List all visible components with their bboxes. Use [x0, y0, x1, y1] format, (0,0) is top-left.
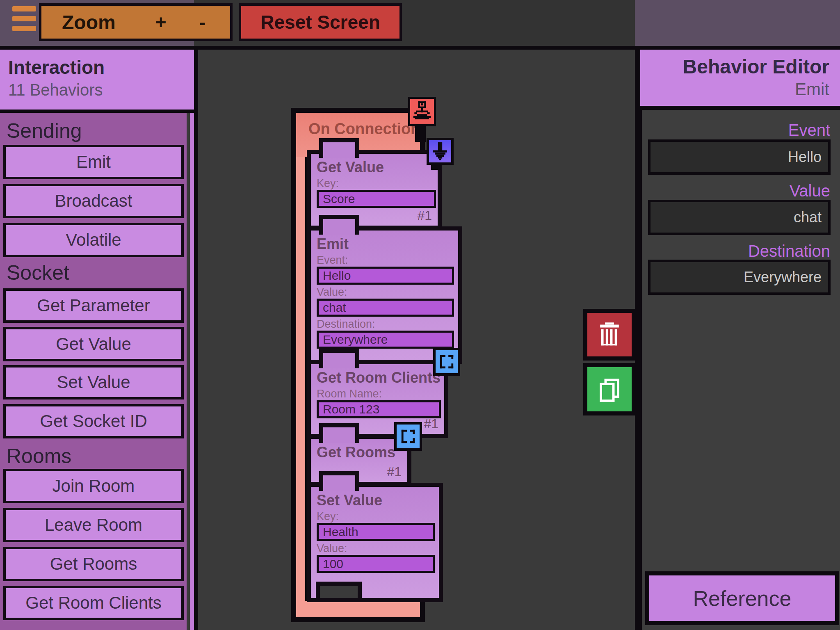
- block-index-badge: #1: [387, 464, 402, 479]
- block-title: Get Room Clients: [317, 369, 444, 386]
- sidebar-item-emit[interactable]: Emit: [3, 145, 184, 179]
- field-input-key[interactable]: Health: [317, 523, 435, 541]
- sidebar-header-divider: [0, 110, 194, 113]
- block-tab: [319, 215, 359, 235]
- insert-down-arrow-icon[interactable]: [427, 138, 454, 165]
- zoom-in-button[interactable]: +: [155, 11, 167, 33]
- sidebar-item-leave-room[interactable]: Leave Room: [3, 508, 184, 542]
- field-input-value[interactable]: 100: [317, 555, 435, 573]
- block-emit[interactable]: Emit Event: Hello Value: chat Destinatio…: [307, 226, 462, 364]
- block-index-badge: #1: [417, 208, 432, 223]
- behavior-editor-header: Behavior Editor Emit: [640, 50, 840, 110]
- panel-subtitle: Emit: [640, 80, 829, 99]
- block-title: Set Value: [317, 492, 439, 509]
- menu-bar: [12, 16, 36, 21]
- copy-brackets-icon[interactable]: [394, 422, 422, 451]
- hat-block-arm: [296, 601, 420, 617]
- sidebar-border: [194, 46, 198, 630]
- field-label: Destination:: [317, 318, 458, 331]
- menu-bar: [12, 26, 36, 31]
- duplicate-pages-icon[interactable]: [583, 363, 636, 415]
- field-input-destination[interactable]: Everywhere: [317, 331, 454, 349]
- block-index-badge: #1: [424, 416, 438, 431]
- panel-title: Behavior Editor: [640, 55, 829, 78]
- sidebar-item-get-value[interactable]: Get Value: [3, 327, 184, 361]
- hamburger-menu-icon[interactable]: [12, 6, 37, 33]
- copy-brackets-icon[interactable]: [433, 348, 460, 376]
- block-title: Get Value: [317, 159, 438, 176]
- sidebar-item-get-room-clients[interactable]: Get Room Clients: [3, 586, 184, 620]
- sidebar-subtitle: 11 Behaviors: [8, 81, 194, 99]
- topbar-divider: [0, 46, 840, 50]
- editor-label-destination: Destination: [642, 242, 830, 260]
- field-label: Value:: [317, 542, 439, 555]
- editor-input-event[interactable]: Hello: [648, 139, 831, 175]
- field-label: Event:: [317, 254, 458, 267]
- block-bottom-notch-hole: [320, 586, 358, 598]
- sidebar-scrollbar[interactable]: [190, 113, 194, 630]
- block-bottom-notch: [316, 582, 362, 598]
- sidebar-item-volatile[interactable]: Volatile: [3, 223, 184, 257]
- editor-label-value: Value: [642, 182, 830, 200]
- topbar-right-segment: [635, 0, 840, 46]
- sidebar-title: Interaction: [8, 56, 194, 78]
- reference-button-label: Reference: [649, 575, 835, 621]
- section-label-socket: Socket: [7, 261, 69, 285]
- block-title: Get Rooms: [317, 444, 407, 461]
- editor-input-value[interactable]: chat: [648, 200, 831, 235]
- field-input-event[interactable]: Hello: [317, 267, 454, 285]
- editor-input-destination[interactable]: Everywhere: [648, 260, 831, 295]
- reference-button[interactable]: Reference: [645, 571, 839, 625]
- block-tab: [319, 471, 359, 491]
- field-label: Key:: [317, 177, 438, 190]
- field-input-room-name[interactable]: Room 123: [317, 400, 441, 418]
- block-tab: [319, 349, 359, 368]
- field-input-value[interactable]: chat: [317, 299, 454, 317]
- sidebar-item-broadcast[interactable]: Broadcast: [3, 184, 184, 218]
- field-input-key[interactable]: Score: [317, 190, 436, 208]
- sidebar-item-get-parameter[interactable]: Get Parameter: [3, 288, 184, 323]
- hat-block-title: On Connection: [308, 120, 420, 138]
- app-window: Zoom + - Reset Screen Interaction 11 Beh…: [0, 0, 840, 630]
- field-label: Room Name:: [317, 388, 444, 400]
- hat-block-spine: [296, 157, 305, 602]
- block-title: Emit: [317, 235, 458, 253]
- sidebar-header: Interaction 11 Behaviors: [0, 50, 194, 110]
- block-tab: [319, 138, 359, 158]
- field-label: Key:: [317, 510, 439, 523]
- panel-divider: [635, 46, 642, 630]
- zoom-control: Zoom + -: [39, 3, 233, 41]
- sidebar-item-set-value[interactable]: Set Value: [3, 365, 184, 399]
- zoom-label: Zoom: [62, 11, 116, 34]
- top-toolbar: Zoom + - Reset Screen: [0, 0, 840, 46]
- trash-icon[interactable]: [583, 309, 636, 361]
- block-set-value[interactable]: Set Value Key: Health Value: 100: [307, 483, 443, 602]
- field-label: Value:: [317, 286, 458, 299]
- section-label-sending: Sending: [7, 119, 82, 143]
- menu-bar: [12, 6, 36, 11]
- sidebar-item-get-rooms[interactable]: Get Rooms: [3, 547, 184, 581]
- sidebar-item-join-room[interactable]: Join Room: [3, 469, 184, 503]
- zoom-out-button[interactable]: -: [199, 11, 205, 33]
- pixel-person-sitting-icon[interactable]: [408, 97, 436, 126]
- reset-screen-button[interactable]: Reset Screen: [239, 3, 402, 41]
- block-tab: [319, 423, 359, 443]
- section-label-rooms: Rooms: [7, 444, 71, 468]
- sidebar-item-get-socket-id[interactable]: Get Socket ID: [3, 404, 184, 438]
- editor-label-event: Event: [642, 121, 830, 139]
